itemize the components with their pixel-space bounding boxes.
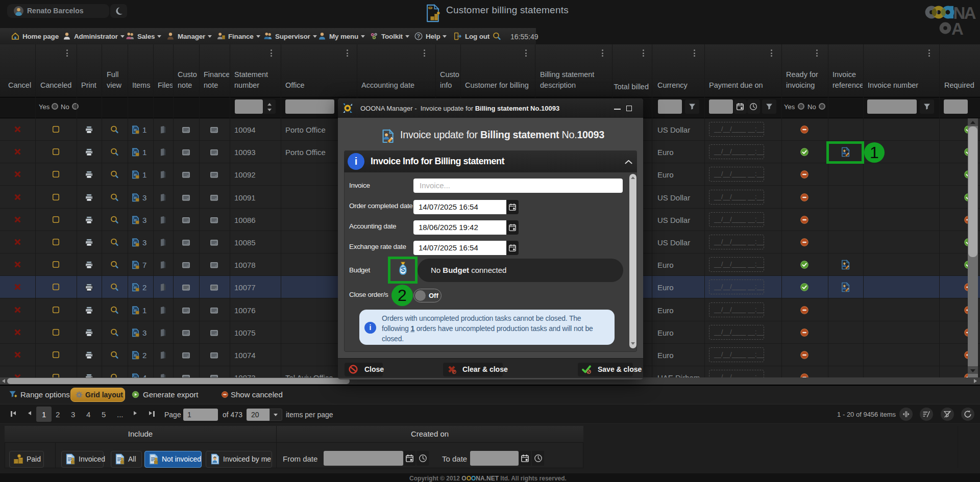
svg-text:A: A xyxy=(951,19,964,36)
